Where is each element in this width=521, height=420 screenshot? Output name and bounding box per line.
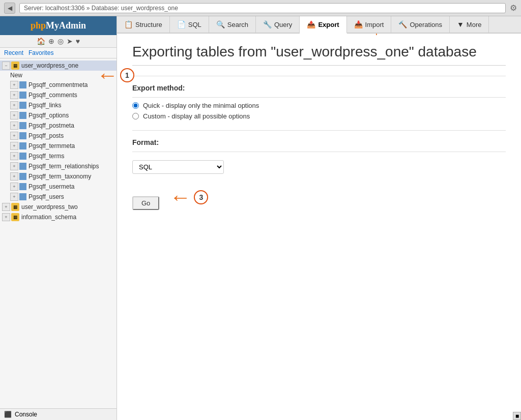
tab-operations-label: Operations: [410, 21, 442, 28]
operations-icon: 🔨: [398, 20, 407, 28]
table-icon: [19, 81, 26, 88]
expand-icon[interactable]: +: [10, 152, 18, 160]
table-item-comments[interactable]: + Pgsqff_comments: [0, 90, 117, 100]
table-label: Pgsqff_terms: [28, 153, 64, 160]
annotation-2: 2 ↑: [369, 34, 384, 36]
url-bar: Server: localhost:3306 » Database: user_…: [19, 3, 506, 13]
table-icon: [19, 102, 26, 109]
console-label[interactable]: Console: [15, 411, 37, 418]
table-item-posts[interactable]: + Pgsqff_posts: [0, 131, 117, 141]
expand-icon[interactable]: +: [10, 193, 18, 201]
table-icon: [19, 163, 26, 170]
refresh-icon[interactable]: ◎: [57, 37, 64, 45]
expand-icon[interactable]: +: [10, 172, 18, 181]
table-icon: [19, 193, 26, 200]
expand-icon[interactable]: +: [10, 122, 18, 130]
table-icon: [19, 132, 26, 139]
quick-option-label: Quick - display only the minimal options: [143, 102, 259, 109]
expand-icon[interactable]: +: [2, 213, 10, 221]
table-label: Pgsqff_term_taxonomy: [28, 173, 91, 180]
table-icon: [19, 153, 26, 160]
scroll-indicator[interactable]: ◼: [513, 412, 521, 420]
browser-chrome: ◀ Server: localhost:3306 » Database: use…: [0, 0, 521, 16]
up-arrow-2: ↑: [371, 34, 382, 36]
add-icon[interactable]: ⊕: [48, 37, 54, 45]
tab-search-label: Search: [227, 21, 248, 28]
custom-radio[interactable]: [132, 113, 139, 119]
db-label: information_schema: [21, 214, 76, 221]
table-item-new[interactable]: New: [0, 71, 117, 80]
db-label: user_wordpress_two: [21, 203, 78, 211]
table-item-term-taxonomy[interactable]: + Pgsqff_term_taxonomy: [0, 171, 117, 182]
sidebar-links: Recent Favorites: [0, 48, 117, 58]
expand-icon[interactable]: +: [10, 101, 18, 109]
table-item-usermeta[interactable]: + Pgsqff_usermeta: [0, 182, 117, 192]
expand-icon[interactable]: +: [10, 142, 18, 150]
arrow-icon[interactable]: ➤: [67, 37, 73, 45]
expand-icon[interactable]: −: [2, 62, 10, 70]
table-item-terms[interactable]: + Pgsqff_terms: [0, 151, 117, 161]
table-label: Pgsqff_termmeta: [28, 142, 75, 149]
tab-search[interactable]: 🔍 Search: [209, 16, 256, 33]
db-item-user-wordpress-one[interactable]: − ▦ user_wordpress_one: [0, 61, 117, 71]
tab-import[interactable]: 📥 Import: [347, 16, 392, 33]
tab-sql[interactable]: 📄 SQL: [170, 16, 209, 33]
quick-radio[interactable]: [132, 102, 139, 109]
format-select[interactable]: SQL CSV XML JSON PDF: [132, 160, 224, 174]
divider-2: [132, 97, 506, 98]
recent-link[interactable]: Recent: [4, 49, 23, 56]
left-arrow-3: ←: [169, 187, 191, 208]
settings-icon[interactable]: ⚙: [510, 3, 517, 13]
table-icon: [19, 122, 26, 129]
tab-export-label: Export: [318, 21, 339, 28]
sidebar: phpMyAdmin 🏠 ⊕ ◎ ➤ ♥ Recent Favorites − …: [0, 16, 117, 420]
tab-more[interactable]: ▼ More: [450, 16, 489, 33]
favorites-link[interactable]: Favorites: [28, 49, 53, 56]
sidebar-icons: 🏠 ⊕ ◎ ➤ ♥: [0, 35, 117, 48]
table-label: Pgsqff_usermeta: [28, 183, 75, 190]
back-button[interactable]: ◀: [4, 3, 15, 14]
table-item-term-relationships[interactable]: + Pgsqff_term_relationships: [0, 161, 117, 171]
tab-structure-label: Structure: [135, 21, 162, 28]
expand-icon[interactable]: +: [2, 203, 10, 211]
expand-icon[interactable]: +: [10, 183, 18, 191]
tab-structure[interactable]: 📋 Structure: [117, 16, 170, 33]
expand-icon[interactable]: +: [10, 91, 18, 99]
table-icon: [19, 183, 26, 190]
db-item-user-wordpress-two[interactable]: + ▦ user_wordpress_two: [0, 202, 117, 212]
new-label: New: [10, 72, 22, 79]
tab-more-label: More: [467, 21, 482, 28]
table-item-links[interactable]: + Pgsqff_links: [0, 100, 117, 110]
go-button[interactable]: Go: [132, 196, 159, 210]
page-content: 2 ↑ Exporting tables from "user_wordpres…: [117, 34, 521, 420]
expand-icon[interactable]: +: [10, 132, 18, 140]
custom-option[interactable]: Custom - display all possible options: [132, 112, 506, 120]
db-item-information-schema[interactable]: + ▦ information_schema: [0, 212, 117, 222]
query-icon: 🔧: [263, 20, 272, 28]
divider-3: [132, 130, 506, 131]
tab-query[interactable]: 🔧 Query: [256, 16, 300, 33]
table-item-postmeta[interactable]: + Pgsqff_postmeta: [0, 121, 117, 131]
import-icon: 📥: [354, 20, 363, 28]
expand-icon[interactable]: +: [10, 162, 18, 170]
annotation-circle-3: 3: [194, 190, 208, 204]
tab-operations[interactable]: 🔨 Operations: [391, 16, 450, 33]
table-label: Pgsqff_postmeta: [28, 122, 74, 129]
divider-4: [132, 152, 506, 152]
table-item-commentmeta[interactable]: + Pgsqff_commentmeta: [0, 80, 117, 90]
table-item-termmeta[interactable]: + Pgsqff_termmeta: [0, 141, 117, 151]
console-icon: ⬛: [4, 411, 12, 418]
table-item-users[interactable]: + Pgsqff_users: [0, 192, 117, 202]
tab-sql-label: SQL: [188, 21, 201, 28]
expand-icon[interactable]: +: [10, 81, 18, 89]
favorites-icon[interactable]: ♥: [76, 37, 80, 45]
table-item-options[interactable]: + Pgsqff_options: [0, 110, 117, 121]
format-label: Format:: [132, 138, 506, 146]
tab-export[interactable]: 📤 Export: [300, 16, 346, 34]
radio-group: Quick - display only the minimal options…: [132, 102, 506, 120]
expand-icon[interactable]: +: [10, 111, 18, 119]
quick-option[interactable]: Quick - display only the minimal options: [132, 102, 506, 109]
db-icon: ▦: [11, 203, 19, 211]
home-icon[interactable]: 🏠: [37, 37, 45, 45]
more-icon: ▼: [457, 20, 464, 28]
